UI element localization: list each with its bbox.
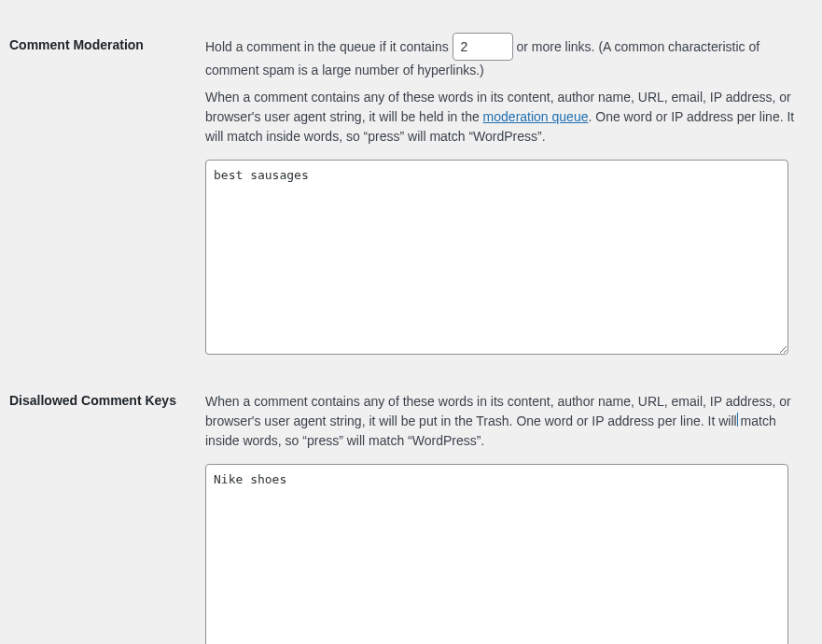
disallowed-desc-a: When a comment contains any of these wor… bbox=[205, 394, 791, 428]
comment-moderation-cell: Hold a comment in the queue if it contai… bbox=[196, 19, 813, 374]
text-cursor: l bbox=[734, 412, 737, 431]
hold-prefix-text: Hold a comment in the queue if it contai… bbox=[205, 39, 453, 54]
comment-moderation-label: Comment Moderation bbox=[9, 19, 196, 374]
moderation-keys-textarea[interactable] bbox=[205, 160, 788, 355]
moderation-queue-link[interactable]: moderation queue bbox=[483, 109, 589, 124]
settings-form-table: Comment Moderation Hold a comment in the… bbox=[9, 19, 813, 644]
disallowed-description: When a comment contains any of these wor… bbox=[205, 392, 803, 451]
disallowed-keys-textarea[interactable] bbox=[205, 464, 788, 644]
disallowed-keys-cell: When a comment contains any of these wor… bbox=[196, 374, 813, 644]
hold-links-paragraph: Hold a comment in the queue if it contai… bbox=[205, 33, 803, 80]
max-links-input[interactable] bbox=[453, 33, 513, 61]
disallowed-keys-label: Disallowed Comment Keys bbox=[9, 374, 196, 644]
disallowed-keys-row: Disallowed Comment Keys When a comment c… bbox=[9, 374, 813, 644]
comment-moderation-row: Comment Moderation Hold a comment in the… bbox=[9, 19, 813, 374]
moderation-description: When a comment contains any of these wor… bbox=[205, 88, 803, 147]
